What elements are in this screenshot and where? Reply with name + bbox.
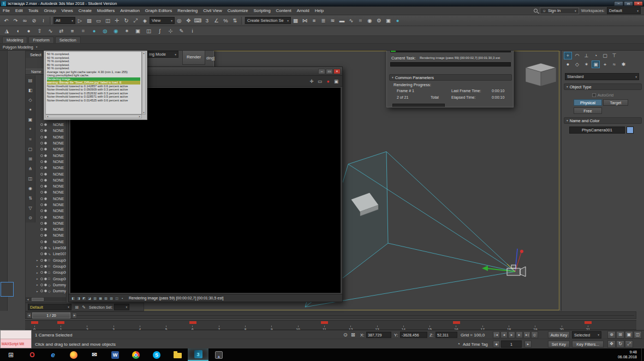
explorer-display-bones-icon[interactable]: ⋔ <box>27 164 34 173</box>
object-color-swatch[interactable] <box>627 127 634 134</box>
maximize-button[interactable]: ▭ <box>326 69 333 74</box>
explorer-display-cameras-icon[interactable]: ▣ <box>27 115 34 124</box>
align-icon[interactable]: ≡ <box>309 16 319 25</box>
rectangular-selection-region-icon[interactable]: ▭ <box>94 16 103 25</box>
isolate-selection-icon[interactable]: ⊙ <box>342 330 349 339</box>
render-ball-icon[interactable]: ◉ <box>111 27 121 35</box>
explorer-row[interactable]: ∿ Line008 <box>35 245 66 251</box>
create-selection-set-icon[interactable]: ⊞ <box>73 304 80 311</box>
hide-toggle-icon[interactable] <box>40 136 43 139</box>
hide-toggle-icon[interactable] <box>40 271 43 274</box>
redo-icon[interactable]: ↷ <box>11 16 20 25</box>
next-frame-arrow[interactable]: ► <box>72 312 77 318</box>
render-setup-icon[interactable]: ⚙ <box>374 16 384 25</box>
scroll-thumb[interactable] <box>32 298 44 301</box>
hide-toggle-icon[interactable] <box>40 154 43 157</box>
systems-category-icon[interactable]: ✱ <box>619 61 628 68</box>
edit-selection-set-icon[interactable]: ✎ <box>80 304 87 311</box>
explorer-row[interactable]: NONE <box>35 134 66 140</box>
angle-snap-icon[interactable]: ∠ <box>212 16 221 25</box>
cameras-category-icon[interactable]: ▣ <box>592 61 600 68</box>
explorer-display-warps-icon[interactable]: ≈ <box>27 134 34 144</box>
explorer-display-helpers-icon[interactable]: ⌖ <box>27 124 34 134</box>
taskbar-app-folder[interactable] <box>167 348 188 361</box>
track-bar[interactable]: 0123456789101112131415161718192021 <box>25 320 636 330</box>
expand-arrow-icon[interactable]: ▸ <box>37 264 39 268</box>
pan-icon[interactable]: ✥ <box>607 340 616 348</box>
object-class-dropdown[interactable]: Standard ▾ <box>565 73 639 80</box>
use-pivot-center-icon[interactable]: ◎ <box>175 16 184 25</box>
explorer-row[interactable]: NONE <box>35 128 66 134</box>
expand-arrow-icon[interactable]: ▸ <box>37 283 39 286</box>
vfb-track-mouse-icon[interactable]: ✛ <box>308 77 315 85</box>
taskbar-app-skype[interactable]: S <box>146 348 167 361</box>
grid-icon[interactable]: ⌗ <box>79 27 88 35</box>
undo-icon[interactable]: ↶ <box>2 16 11 25</box>
menu-item[interactable]: Civil View <box>200 7 225 15</box>
freeze-toggle-icon[interactable] <box>44 197 47 200</box>
ribbon-tab[interactable]: Selection <box>55 37 81 43</box>
time-configuration-button[interactable]: ◴ <box>531 331 538 338</box>
ribbon-tab[interactable]: Freeform <box>28 37 53 43</box>
menu-item[interactable]: Rendering <box>175 7 200 15</box>
expand-arrow-icon[interactable]: ▸ <box>37 277 39 280</box>
graph-icon[interactable]: ∿ <box>46 27 55 35</box>
menu-item[interactable]: Help <box>312 7 326 15</box>
vfb-status-icon[interactable]: ◧ <box>70 296 76 301</box>
modify-tab-icon[interactable]: ◠ <box>573 52 581 59</box>
start-button[interactable]: ⊞ <box>0 348 22 361</box>
close-icon[interactable]: × <box>333 69 341 74</box>
menu-item[interactable]: Create <box>76 7 94 15</box>
camera-icon[interactable]: ▣ <box>133 27 142 35</box>
auto-key-button[interactable]: Auto Key <box>548 331 570 338</box>
vfb-status-icon[interactable]: ◪ <box>87 296 92 301</box>
hide-toggle-icon[interactable] <box>40 290 43 292</box>
edit-named-selection-sets-icon[interactable]: ▦ <box>291 16 300 25</box>
render-production-icon[interactable]: ● <box>393 16 402 25</box>
teal-shaded-sphere-icon[interactable]: ◍ <box>100 27 110 35</box>
explorer-row[interactable]: NONE <box>35 171 66 177</box>
vfb-stop-render-icon[interactable]: ● <box>324 77 332 85</box>
freeze-toggle-icon[interactable] <box>44 136 47 139</box>
view-cube[interactable] <box>526 63 556 86</box>
explorer-row[interactable]: NONE <box>35 140 66 146</box>
free-camera-button[interactable]: Free <box>574 107 602 114</box>
hide-toggle-icon[interactable] <box>40 278 43 280</box>
taskbar-app-3dsmax[interactable]: 3 <box>188 348 208 361</box>
zoom-all-icon[interactable]: ⊞ <box>616 331 624 339</box>
explorer-row[interactable]: ▸ ◇ Dummy00... <box>35 288 66 294</box>
explorer-hscrollbar[interactable]: ◄ <box>26 297 66 302</box>
schematic-view-icon[interactable]: ⌗ <box>356 16 365 25</box>
taskbar-app-mail[interactable]: ✉ <box>84 348 105 361</box>
explorer-row[interactable]: NONE <box>35 202 66 208</box>
vfb-status-icon[interactable]: ▦ <box>98 296 103 301</box>
menu-item[interactable]: Edit <box>13 7 26 15</box>
search-icon[interactable] <box>534 9 538 13</box>
menu-item[interactable]: Group <box>41 7 58 15</box>
select-and-manipulate-icon[interactable]: ✥ <box>184 16 193 25</box>
play-button[interactable]: ► <box>508 331 515 338</box>
lights-category-icon[interactable]: ✶ <box>582 61 591 68</box>
explorer-row[interactable]: NONE <box>35 177 66 183</box>
taskbar-app-word[interactable]: W <box>105 348 126 361</box>
hide-toggle-icon[interactable] <box>40 123 43 126</box>
snap-toggle-3d-icon[interactable]: 3 <box>202 16 212 25</box>
select-by-name-icon[interactable]: ▤ <box>85 16 94 25</box>
material-editor-icon[interactable]: ◉ <box>365 16 374 25</box>
vfb-status-icon[interactable]: ▧ <box>103 296 109 301</box>
toggle-layer-explorer-icon[interactable]: ≋ <box>328 16 337 25</box>
display-tab-icon[interactable]: ▢ <box>601 52 609 59</box>
close-button[interactable]: × <box>634 1 643 6</box>
window-crossing-icon[interactable]: ◫ <box>103 16 112 25</box>
utilities-tab-icon[interactable]: ⊤ <box>610 52 618 59</box>
hide-toggle-icon[interactable] <box>40 166 43 169</box>
freeze-toggle-icon[interactable] <box>44 209 47 212</box>
freeze-toggle-icon[interactable] <box>44 284 47 286</box>
hide-toggle-icon[interactable] <box>40 148 43 151</box>
vfb-status-icon[interactable]: ▪ <box>120 296 125 301</box>
taskbar-app-opera[interactable]: O <box>22 348 43 361</box>
orbit-icon[interactable]: ↻ <box>616 340 624 348</box>
hide-toggle-icon[interactable] <box>40 209 43 212</box>
freeze-toggle-icon[interactable] <box>44 240 47 243</box>
set-key-mode-icon[interactable]: ◆ <box>493 340 500 347</box>
